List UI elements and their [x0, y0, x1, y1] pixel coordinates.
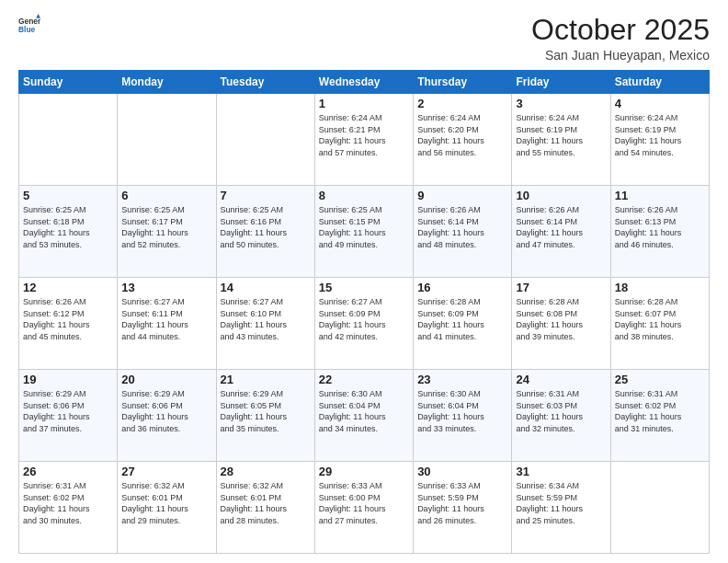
day-info: Sunrise: 6:26 AM Sunset: 6:14 PM Dayligh… [516, 204, 606, 250]
day-number: 4 [615, 97, 705, 110]
day-info: Sunrise: 6:30 AM Sunset: 6:04 PM Dayligh… [417, 388, 507, 434]
calendar-cell: 22Sunrise: 6:30 AM Sunset: 6:04 PM Dayli… [314, 370, 413, 462]
day-info: Sunrise: 6:29 AM Sunset: 6:06 PM Dayligh… [121, 388, 211, 434]
header: General Blue October 2025 San Juan Hueya… [18, 14, 710, 63]
day-number: 9 [417, 189, 507, 202]
page: General Blue October 2025 San Juan Hueya… [0, 0, 728, 563]
title-section: October 2025 San Juan Hueyapan, Mexico [531, 14, 710, 63]
calendar-cell: 1Sunrise: 6:24 AM Sunset: 6:21 PM Daylig… [314, 94, 413, 186]
header-friday: Friday [512, 71, 610, 94]
day-number: 28 [221, 465, 311, 478]
day-number: 20 [121, 373, 211, 386]
header-saturday: Saturday [610, 71, 709, 94]
day-info: Sunrise: 6:26 AM Sunset: 6:13 PM Dayligh… [615, 204, 705, 250]
week-row-5: 26Sunrise: 6:31 AM Sunset: 6:02 PM Dayli… [19, 462, 710, 554]
day-number: 27 [121, 465, 211, 478]
calendar-cell [216, 94, 314, 186]
day-info: Sunrise: 6:32 AM Sunset: 6:01 PM Dayligh… [221, 480, 311, 526]
calendar-cell: 5Sunrise: 6:25 AM Sunset: 6:18 PM Daylig… [19, 186, 118, 278]
day-number: 14 [221, 281, 311, 294]
calendar-cell [610, 462, 709, 554]
day-number: 15 [319, 281, 409, 294]
day-info: Sunrise: 6:24 AM Sunset: 6:21 PM Dayligh… [319, 112, 409, 158]
calendar-cell: 31Sunrise: 6:34 AM Sunset: 5:59 PM Dayli… [512, 462, 610, 554]
day-info: Sunrise: 6:28 AM Sunset: 6:08 PM Dayligh… [516, 296, 606, 342]
week-row-2: 5Sunrise: 6:25 AM Sunset: 6:18 PM Daylig… [19, 186, 710, 278]
day-number: 16 [417, 281, 507, 294]
day-info: Sunrise: 6:24 AM Sunset: 6:19 PM Dayligh… [615, 112, 705, 158]
calendar-cell: 28Sunrise: 6:32 AM Sunset: 6:01 PM Dayli… [216, 462, 314, 554]
week-row-4: 19Sunrise: 6:29 AM Sunset: 6:06 PM Dayli… [19, 370, 710, 462]
calendar-cell: 4Sunrise: 6:24 AM Sunset: 6:19 PM Daylig… [610, 94, 709, 186]
calendar-cell: 24Sunrise: 6:31 AM Sunset: 6:03 PM Dayli… [512, 370, 610, 462]
day-number: 31 [516, 465, 606, 478]
day-number: 19 [23, 373, 113, 386]
day-info: Sunrise: 6:25 AM Sunset: 6:15 PM Dayligh… [319, 204, 409, 250]
calendar-cell: 7Sunrise: 6:25 AM Sunset: 6:16 PM Daylig… [216, 186, 314, 278]
day-info: Sunrise: 6:32 AM Sunset: 6:01 PM Dayligh… [121, 480, 211, 526]
header-tuesday: Tuesday [216, 71, 314, 94]
day-number: 24 [516, 373, 606, 386]
day-info: Sunrise: 6:28 AM Sunset: 6:07 PM Dayligh… [615, 296, 705, 342]
day-info: Sunrise: 6:24 AM Sunset: 6:19 PM Dayligh… [516, 112, 606, 158]
calendar-cell: 2Sunrise: 6:24 AM Sunset: 6:20 PM Daylig… [414, 94, 512, 186]
calendar-cell: 18Sunrise: 6:28 AM Sunset: 6:07 PM Dayli… [610, 278, 709, 370]
day-info: Sunrise: 6:25 AM Sunset: 6:18 PM Dayligh… [23, 204, 113, 250]
calendar-cell [19, 94, 118, 186]
day-number: 30 [417, 465, 507, 478]
location: San Juan Hueyapan, Mexico [531, 48, 710, 63]
calendar-cell: 30Sunrise: 6:33 AM Sunset: 5:59 PM Dayli… [414, 462, 512, 554]
calendar-cell: 25Sunrise: 6:31 AM Sunset: 6:02 PM Dayli… [610, 370, 709, 462]
day-number: 6 [121, 189, 211, 202]
day-info: Sunrise: 6:27 AM Sunset: 6:11 PM Dayligh… [121, 296, 211, 342]
day-info: Sunrise: 6:27 AM Sunset: 6:09 PM Dayligh… [319, 296, 409, 342]
calendar-cell: 3Sunrise: 6:24 AM Sunset: 6:19 PM Daylig… [512, 94, 610, 186]
calendar-cell [118, 94, 216, 186]
day-info: Sunrise: 6:28 AM Sunset: 6:09 PM Dayligh… [417, 296, 507, 342]
day-number: 11 [615, 189, 705, 202]
day-info: Sunrise: 6:27 AM Sunset: 6:10 PM Dayligh… [221, 296, 311, 342]
logo-icon: General Blue [18, 14, 40, 36]
weekday-header-row: Sunday Monday Tuesday Wednesday Thursday… [19, 71, 710, 94]
day-number: 2 [417, 97, 507, 110]
calendar-cell: 21Sunrise: 6:29 AM Sunset: 6:05 PM Dayli… [216, 370, 314, 462]
day-number: 8 [319, 189, 409, 202]
day-info: Sunrise: 6:33 AM Sunset: 5:59 PM Dayligh… [417, 480, 507, 526]
day-info: Sunrise: 6:24 AM Sunset: 6:20 PM Dayligh… [417, 112, 507, 158]
day-info: Sunrise: 6:25 AM Sunset: 6:16 PM Dayligh… [221, 204, 311, 250]
logo: General Blue [18, 14, 40, 36]
day-number: 1 [319, 97, 409, 110]
day-info: Sunrise: 6:29 AM Sunset: 6:05 PM Dayligh… [221, 388, 311, 434]
svg-text:Blue: Blue [18, 25, 36, 34]
calendar-cell: 14Sunrise: 6:27 AM Sunset: 6:10 PM Dayli… [216, 278, 314, 370]
calendar-cell: 12Sunrise: 6:26 AM Sunset: 6:12 PM Dayli… [19, 278, 118, 370]
day-info: Sunrise: 6:31 AM Sunset: 6:02 PM Dayligh… [23, 480, 113, 526]
header-thursday: Thursday [414, 71, 512, 94]
week-row-1: 1Sunrise: 6:24 AM Sunset: 6:21 PM Daylig… [19, 94, 710, 186]
calendar-cell: 6Sunrise: 6:25 AM Sunset: 6:17 PM Daylig… [118, 186, 216, 278]
day-number: 26 [23, 465, 113, 478]
day-number: 10 [516, 189, 606, 202]
day-number: 18 [615, 281, 705, 294]
calendar-cell: 13Sunrise: 6:27 AM Sunset: 6:11 PM Dayli… [118, 278, 216, 370]
calendar-cell: 17Sunrise: 6:28 AM Sunset: 6:08 PM Dayli… [512, 278, 610, 370]
day-info: Sunrise: 6:29 AM Sunset: 6:06 PM Dayligh… [23, 388, 113, 434]
calendar-cell: 19Sunrise: 6:29 AM Sunset: 6:06 PM Dayli… [19, 370, 118, 462]
calendar-cell: 10Sunrise: 6:26 AM Sunset: 6:14 PM Dayli… [512, 186, 610, 278]
calendar-table: Sunday Monday Tuesday Wednesday Thursday… [18, 70, 710, 554]
calendar-cell: 16Sunrise: 6:28 AM Sunset: 6:09 PM Dayli… [414, 278, 512, 370]
day-info: Sunrise: 6:31 AM Sunset: 6:02 PM Dayligh… [615, 388, 705, 434]
day-info: Sunrise: 6:33 AM Sunset: 6:00 PM Dayligh… [319, 480, 409, 526]
calendar-cell: 9Sunrise: 6:26 AM Sunset: 6:14 PM Daylig… [414, 186, 512, 278]
week-row-3: 12Sunrise: 6:26 AM Sunset: 6:12 PM Dayli… [19, 278, 710, 370]
calendar-cell: 23Sunrise: 6:30 AM Sunset: 6:04 PM Dayli… [414, 370, 512, 462]
calendar-cell: 26Sunrise: 6:31 AM Sunset: 6:02 PM Dayli… [19, 462, 118, 554]
day-info: Sunrise: 6:26 AM Sunset: 6:14 PM Dayligh… [417, 204, 507, 250]
header-wednesday: Wednesday [314, 71, 413, 94]
header-monday: Monday [118, 71, 216, 94]
month-title: October 2025 [531, 14, 710, 46]
header-sunday: Sunday [19, 71, 118, 94]
day-number: 7 [221, 189, 311, 202]
day-number: 17 [516, 281, 606, 294]
day-number: 25 [615, 373, 705, 386]
